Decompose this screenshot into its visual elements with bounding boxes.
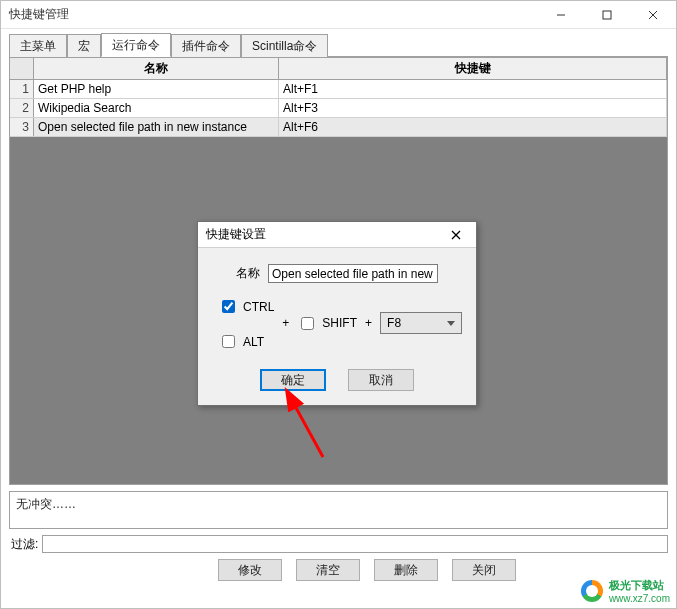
row-number: 2	[10, 99, 34, 117]
ok-button[interactable]: 确定	[260, 369, 326, 391]
tab-plugin-command[interactable]: 插件命令	[171, 34, 241, 57]
maximize-button[interactable]	[584, 1, 630, 29]
alt-checkbox[interactable]	[222, 335, 235, 348]
delete-button[interactable]: 删除	[374, 559, 438, 581]
dialog-buttons: 确定 取消	[212, 369, 462, 391]
ctrl-checkbox-row[interactable]: CTRL	[218, 297, 274, 316]
window-title: 快捷键管理	[9, 6, 69, 23]
dialog-name-row: 名称	[212, 264, 462, 283]
svg-rect-1	[603, 11, 611, 19]
row-key: Alt+F3	[279, 99, 667, 117]
status-area: 无冲突…… 过滤:	[9, 491, 668, 553]
table-header-name[interactable]: 名称	[34, 58, 279, 79]
alt-checkbox-row[interactable]: ALT	[218, 332, 274, 351]
tab-run-command[interactable]: 运行命令	[101, 33, 171, 57]
shortcut-table: 名称 快捷键 1 Get PHP help Alt+F1 2 Wikipedia…	[10, 58, 667, 138]
filter-label: 过滤:	[9, 536, 38, 553]
titlebar: 快捷键管理	[1, 1, 676, 29]
tab-main-menu[interactable]: 主菜单	[9, 34, 67, 57]
row-name: Open selected file path in new instance	[34, 118, 279, 136]
table-row[interactable]: 2 Wikipedia Search Alt+F3	[10, 99, 667, 118]
key-select-value: F8	[387, 316, 401, 330]
watermark-text-2: www.xz7.com	[609, 593, 670, 604]
tab-macro[interactable]: 宏	[67, 34, 101, 57]
shortcut-manager-window: 快捷键管理 主菜单 宏 运行命令 插件命令 Scintilla命令 名称 快捷键	[0, 0, 677, 609]
shift-checkbox-row[interactable]: SHIFT	[297, 314, 357, 333]
table-header-key[interactable]: 快捷键	[279, 58, 667, 79]
table-row[interactable]: 1 Get PHP help Alt+F1	[10, 80, 667, 99]
modify-button[interactable]: 修改	[218, 559, 282, 581]
filter-row: 过滤:	[9, 535, 668, 553]
close-window-button[interactable]	[630, 1, 676, 29]
clear-button[interactable]: 清空	[296, 559, 360, 581]
maximize-icon	[602, 10, 612, 20]
minimize-icon	[556, 10, 566, 20]
dialog-name-label: 名称	[236, 265, 260, 282]
ctrl-label: CTRL	[243, 300, 274, 314]
conflict-status: 无冲突……	[9, 491, 668, 529]
row-name: Get PHP help	[34, 80, 279, 98]
shift-label: SHIFT	[322, 316, 357, 330]
table-row[interactable]: 3 Open selected file path in new instanc…	[10, 118, 667, 137]
row-key: Alt+F6	[279, 118, 667, 136]
dialog-modifiers-row: CTRL ALT + SHIFT + F8	[212, 295, 462, 351]
minimize-button[interactable]	[538, 1, 584, 29]
bottom-button-bar: 修改 清空 删除 关闭	[1, 559, 676, 581]
shift-checkbox[interactable]	[301, 317, 314, 330]
tab-scintilla-command[interactable]: Scintilla命令	[241, 34, 328, 57]
table-body: 1 Get PHP help Alt+F1 2 Wikipedia Search…	[10, 80, 667, 137]
ctrl-checkbox[interactable]	[222, 300, 235, 313]
row-name: Wikipedia Search	[34, 99, 279, 117]
dialog-close-button[interactable]	[436, 222, 476, 248]
dialog-body: 名称 CTRL ALT + SHIFT	[198, 248, 476, 405]
shortcut-settings-dialog: 快捷键设置 名称 CTRL ALT	[197, 221, 477, 406]
filter-input[interactable]	[42, 535, 668, 553]
row-number: 1	[10, 80, 34, 98]
key-select[interactable]: F8	[380, 312, 462, 334]
close-icon	[648, 10, 658, 20]
plus-1: +	[274, 316, 297, 330]
watermark-logo-icon	[581, 580, 603, 602]
plus-2: +	[357, 316, 380, 330]
tabs: 主菜单 宏 运行命令 插件命令 Scintilla命令	[9, 35, 668, 57]
table-header: 名称 快捷键	[10, 58, 667, 80]
alt-label: ALT	[243, 335, 264, 349]
cancel-button[interactable]: 取消	[348, 369, 414, 391]
dialog-title: 快捷键设置	[198, 226, 436, 243]
dialog-titlebar: 快捷键设置	[198, 222, 476, 248]
close-icon	[451, 230, 461, 240]
watermark: 极光下载站 www.xz7.com	[581, 578, 670, 604]
close-button[interactable]: 关闭	[452, 559, 516, 581]
dialog-name-input[interactable]	[268, 264, 438, 283]
row-number: 3	[10, 118, 34, 136]
dialog-modifiers-left: CTRL ALT	[218, 295, 274, 351]
table-header-num	[10, 58, 34, 79]
row-key: Alt+F1	[279, 80, 667, 98]
